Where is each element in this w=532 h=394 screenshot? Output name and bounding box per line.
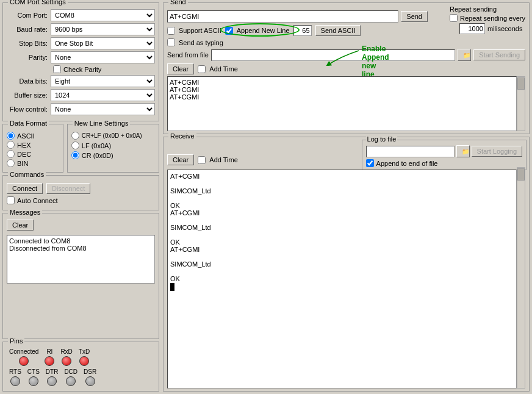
auto-connect-checkbox[interactable] [7, 196, 15, 204]
receive-line: AT+CGMI [170, 173, 514, 180]
add-time-send-label: Add Time [209, 65, 237, 73]
append-to-end-checkbox[interactable] [366, 159, 374, 167]
com-port-label: Com Port: [7, 12, 51, 19]
baud-rate-label: Baud rate: [7, 26, 51, 33]
nl-lf-label: LF (0x0A) [82, 142, 111, 149]
dec-radio[interactable] [7, 150, 15, 158]
send-input[interactable] [167, 10, 398, 23]
send-section: Send Repeat sending Repeat sending every… [163, 2, 530, 134]
nl-cr-radio[interactable] [71, 151, 79, 159]
receive-section: Receive Log to file 📁 Start Logging Appe… [163, 137, 530, 392]
clear-messages-button[interactable]: Clear [7, 220, 34, 231]
send-scrollbar-thumb[interactable] [517, 77, 525, 90]
receive-line: SIMCOM_Ltd [170, 187, 514, 195]
pins-title: Pins [8, 337, 24, 345]
append-new-line-checkbox[interactable] [225, 27, 233, 35]
receive-scrollbar[interactable] [517, 167, 525, 389]
send-file-input[interactable] [211, 49, 455, 61]
pin-rxd: RxD [60, 348, 72, 366]
send-scrollbar[interactable] [517, 76, 525, 131]
dec-label: DEC [17, 151, 31, 158]
ascii-radio[interactable] [7, 132, 15, 140]
com-port-settings: COM Port Settings Com Port: COM8 Baud ra… [2, 2, 159, 121]
pin-rts: RTS [9, 368, 21, 386]
clear-send-button[interactable]: Clear [167, 63, 194, 74]
send-as-typing-checkbox[interactable] [167, 38, 175, 46]
receive-line [170, 180, 514, 187]
messages-title: Messages [8, 209, 42, 216]
ascii-value-input[interactable] [293, 25, 312, 36]
data-bits-select[interactable]: Eight [51, 75, 155, 87]
pin-ri: RI [45, 348, 54, 366]
buffer-size-label: Buffer size: [7, 91, 51, 99]
data-format-title: Data Format [8, 120, 49, 127]
receive-line: OK [170, 275, 514, 282]
pin-ri-led [45, 356, 54, 366]
receive-line: OK [170, 238, 514, 246]
pin-dsr-led [85, 376, 95, 386]
disconnect-button[interactable]: Disconnect [46, 183, 90, 194]
messages-area: Connected to COM8 Disconnected from COM8 [7, 235, 155, 284]
send-button[interactable]: Send [401, 11, 428, 22]
log-to-file-title: Log to file [366, 135, 398, 143]
data-format-group: Data Format ASCII HEX DEC [2, 124, 63, 173]
nl-crlf-radio[interactable] [71, 132, 79, 140]
repeat-sending-checkbox[interactable] [450, 14, 458, 22]
stop-bits-select[interactable]: One Stop Bit [51, 37, 155, 49]
pin-dcd: DCD [64, 368, 77, 386]
support-ascii-checkbox[interactable] [167, 27, 175, 35]
send-as-typing-label: Send as typing [179, 39, 223, 46]
receive-line: SIMCOM_Ltd [170, 260, 514, 268]
flow-control-label: Flow control: [7, 106, 51, 113]
send-ascii-button[interactable]: Send ASCII [315, 25, 361, 36]
add-time-send-checkbox[interactable] [198, 65, 206, 73]
add-time-receive-checkbox[interactable] [198, 156, 206, 164]
commands-group: Commands Connect Disconnect Auto Connect [2, 175, 159, 210]
start-sending-button[interactable]: Start Sending [473, 49, 525, 60]
new-line-settings-group: New Line Settings CR+LF (0x0D + 0x0A) LF… [67, 124, 159, 173]
pin-rxd-led [62, 356, 71, 366]
receive-line [170, 195, 514, 202]
log-file-input[interactable] [366, 146, 455, 157]
connect-button[interactable]: Connect [7, 183, 43, 194]
baud-rate-select[interactable]: 9600 bps [51, 23, 155, 35]
log-file-browse-button[interactable]: 📁 [456, 145, 470, 157]
send-from-file-label: Send from file [167, 51, 209, 59]
flow-control-select[interactable]: None [51, 103, 155, 115]
buffer-size-select[interactable]: 1024 [51, 89, 155, 101]
hex-radio[interactable] [7, 141, 15, 149]
receive-line: SIMCOM_Ltd [170, 224, 514, 231]
nl-cr-label: CR (0x0D) [82, 152, 113, 159]
start-logging-button[interactable]: Start Logging [472, 146, 522, 157]
parity-select[interactable]: None [51, 51, 155, 63]
pin-dtr: DTR [46, 368, 59, 386]
nl-lf-radio[interactable] [71, 141, 79, 149]
receive-scrollbar-thumb[interactable] [517, 168, 525, 181]
pin-dtr-led [47, 376, 57, 386]
clear-receive-button[interactable]: Clear [167, 154, 194, 165]
message-line-1: Connected to COM8 [9, 237, 153, 245]
send-line: AT+CGMI [170, 86, 514, 93]
receive-line: AT+CGMI [170, 246, 514, 253]
pin-dcd-led [66, 376, 76, 386]
auto-connect-label: Auto Connect [17, 197, 58, 204]
receive-line: AT+CGMI [170, 209, 514, 217]
com-port-title: COM Port Settings [8, 0, 68, 5]
pin-connected: Connected [9, 348, 38, 366]
check-parity-label: Check Parity [63, 66, 101, 73]
add-time-receive-label: Add Time [209, 156, 237, 163]
com-port-select[interactable]: COM8 [51, 9, 155, 21]
check-parity-checkbox[interactable] [53, 65, 61, 73]
data-bits-label: Data bits: [7, 77, 51, 85]
send-content-area[interactable]: AT+CGMI AT+CGMI AT+CGMI [167, 76, 517, 131]
pins-group: Pins Connected RI RxD TxD [2, 342, 159, 392]
receive-line: OK [170, 202, 514, 209]
receive-content-area[interactable]: AT+CGMI SIMCOM_Ltd OK AT+CGMI SIMCOM_Ltd… [167, 170, 517, 389]
receive-line [170, 217, 514, 224]
pin-txd: TxD [79, 348, 90, 366]
bin-radio[interactable] [7, 159, 15, 167]
send-file-browse-button[interactable]: 📁 [458, 49, 471, 61]
messages-group: Messages Clear Connected to COM8 Disconn… [2, 213, 159, 339]
commands-title: Commands [8, 171, 46, 178]
pin-cts: CTS [27, 368, 40, 386]
